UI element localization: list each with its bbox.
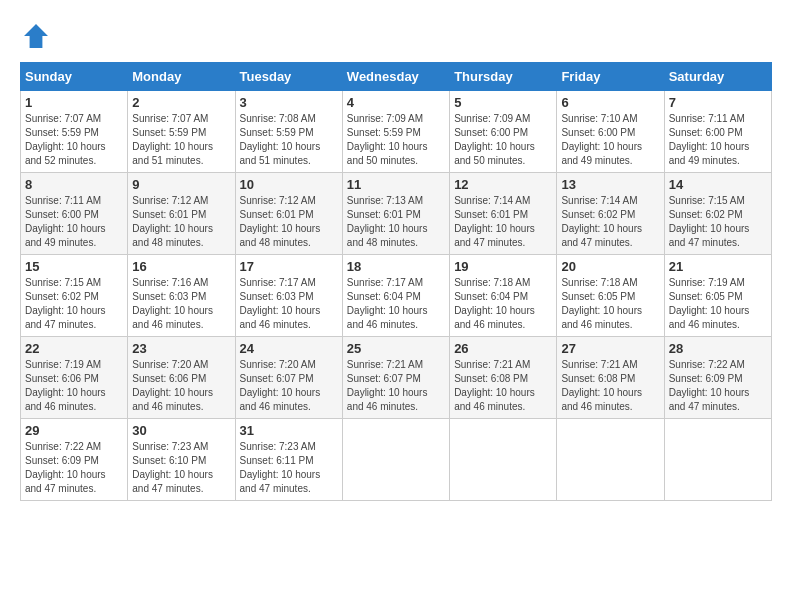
day-info: Sunrise: 7:19 AM Sunset: 6:06 PM Dayligh… [25,358,123,414]
weekday-header-sunday: Sunday [21,63,128,91]
weekday-header-monday: Monday [128,63,235,91]
day-info: Sunrise: 7:11 AM Sunset: 6:00 PM Dayligh… [25,194,123,250]
calendar-cell: 27 Sunrise: 7:21 AM Sunset: 6:08 PM Dayl… [557,337,664,419]
calendar-cell: 2 Sunrise: 7:07 AM Sunset: 5:59 PM Dayli… [128,91,235,173]
day-info: Sunrise: 7:14 AM Sunset: 6:01 PM Dayligh… [454,194,552,250]
day-info: Sunrise: 7:22 AM Sunset: 6:09 PM Dayligh… [25,440,123,496]
calendar-cell: 19 Sunrise: 7:18 AM Sunset: 6:04 PM Dayl… [450,255,557,337]
day-number: 28 [669,341,767,356]
day-number: 29 [25,423,123,438]
calendar-cell: 22 Sunrise: 7:19 AM Sunset: 6:06 PM Dayl… [21,337,128,419]
calendar-cell: 8 Sunrise: 7:11 AM Sunset: 6:00 PM Dayli… [21,173,128,255]
calendar-week-2: 8 Sunrise: 7:11 AM Sunset: 6:00 PM Dayli… [21,173,772,255]
calendar-cell: 17 Sunrise: 7:17 AM Sunset: 6:03 PM Dayl… [235,255,342,337]
calendar-cell: 20 Sunrise: 7:18 AM Sunset: 6:05 PM Dayl… [557,255,664,337]
day-info: Sunrise: 7:20 AM Sunset: 6:07 PM Dayligh… [240,358,338,414]
day-number: 24 [240,341,338,356]
weekday-header-thursday: Thursday [450,63,557,91]
page-header [20,20,772,52]
calendar-cell: 28 Sunrise: 7:22 AM Sunset: 6:09 PM Dayl… [664,337,771,419]
day-info: Sunrise: 7:23 AM Sunset: 6:11 PM Dayligh… [240,440,338,496]
day-number: 1 [25,95,123,110]
calendar-cell: 15 Sunrise: 7:15 AM Sunset: 6:02 PM Dayl… [21,255,128,337]
day-info: Sunrise: 7:12 AM Sunset: 6:01 PM Dayligh… [240,194,338,250]
weekday-header-tuesday: Tuesday [235,63,342,91]
calendar-cell: 21 Sunrise: 7:19 AM Sunset: 6:05 PM Dayl… [664,255,771,337]
calendar-week-5: 29 Sunrise: 7:22 AM Sunset: 6:09 PM Dayl… [21,419,772,501]
day-number: 13 [561,177,659,192]
day-number: 5 [454,95,552,110]
day-number: 15 [25,259,123,274]
day-info: Sunrise: 7:21 AM Sunset: 6:08 PM Dayligh… [454,358,552,414]
day-number: 20 [561,259,659,274]
calendar-cell: 18 Sunrise: 7:17 AM Sunset: 6:04 PM Dayl… [342,255,449,337]
calendar-table: SundayMondayTuesdayWednesdayThursdayFrid… [20,62,772,501]
calendar-cell: 9 Sunrise: 7:12 AM Sunset: 6:01 PM Dayli… [128,173,235,255]
day-number: 25 [347,341,445,356]
calendar-week-1: 1 Sunrise: 7:07 AM Sunset: 5:59 PM Dayli… [21,91,772,173]
svg-marker-0 [24,24,48,48]
day-number: 14 [669,177,767,192]
day-info: Sunrise: 7:09 AM Sunset: 5:59 PM Dayligh… [347,112,445,168]
day-number: 30 [132,423,230,438]
logo [20,20,56,52]
day-number: 4 [347,95,445,110]
calendar-cell: 13 Sunrise: 7:14 AM Sunset: 6:02 PM Dayl… [557,173,664,255]
calendar-cell: 26 Sunrise: 7:21 AM Sunset: 6:08 PM Dayl… [450,337,557,419]
calendar-cell: 14 Sunrise: 7:15 AM Sunset: 6:02 PM Dayl… [664,173,771,255]
calendar-cell [450,419,557,501]
day-number: 27 [561,341,659,356]
day-info: Sunrise: 7:17 AM Sunset: 6:03 PM Dayligh… [240,276,338,332]
day-info: Sunrise: 7:15 AM Sunset: 6:02 PM Dayligh… [25,276,123,332]
weekday-header-friday: Friday [557,63,664,91]
day-info: Sunrise: 7:22 AM Sunset: 6:09 PM Dayligh… [669,358,767,414]
day-info: Sunrise: 7:07 AM Sunset: 5:59 PM Dayligh… [25,112,123,168]
day-number: 6 [561,95,659,110]
weekday-header-saturday: Saturday [664,63,771,91]
calendar-cell: 30 Sunrise: 7:23 AM Sunset: 6:10 PM Dayl… [128,419,235,501]
day-info: Sunrise: 7:21 AM Sunset: 6:07 PM Dayligh… [347,358,445,414]
day-info: Sunrise: 7:20 AM Sunset: 6:06 PM Dayligh… [132,358,230,414]
day-number: 9 [132,177,230,192]
calendar-cell: 1 Sunrise: 7:07 AM Sunset: 5:59 PM Dayli… [21,91,128,173]
day-info: Sunrise: 7:17 AM Sunset: 6:04 PM Dayligh… [347,276,445,332]
day-info: Sunrise: 7:16 AM Sunset: 6:03 PM Dayligh… [132,276,230,332]
day-number: 22 [25,341,123,356]
day-info: Sunrise: 7:08 AM Sunset: 5:59 PM Dayligh… [240,112,338,168]
calendar-cell [557,419,664,501]
calendar-cell: 11 Sunrise: 7:13 AM Sunset: 6:01 PM Dayl… [342,173,449,255]
day-info: Sunrise: 7:18 AM Sunset: 6:05 PM Dayligh… [561,276,659,332]
day-number: 31 [240,423,338,438]
day-number: 3 [240,95,338,110]
calendar-week-3: 15 Sunrise: 7:15 AM Sunset: 6:02 PM Dayl… [21,255,772,337]
calendar-cell: 24 Sunrise: 7:20 AM Sunset: 6:07 PM Dayl… [235,337,342,419]
day-info: Sunrise: 7:13 AM Sunset: 6:01 PM Dayligh… [347,194,445,250]
day-number: 2 [132,95,230,110]
day-number: 18 [347,259,445,274]
calendar-cell: 10 Sunrise: 7:12 AM Sunset: 6:01 PM Dayl… [235,173,342,255]
day-number: 23 [132,341,230,356]
calendar-cell: 3 Sunrise: 7:08 AM Sunset: 5:59 PM Dayli… [235,91,342,173]
day-number: 10 [240,177,338,192]
day-number: 8 [25,177,123,192]
calendar-cell: 23 Sunrise: 7:20 AM Sunset: 6:06 PM Dayl… [128,337,235,419]
day-info: Sunrise: 7:09 AM Sunset: 6:00 PM Dayligh… [454,112,552,168]
day-info: Sunrise: 7:18 AM Sunset: 6:04 PM Dayligh… [454,276,552,332]
calendar-cell: 25 Sunrise: 7:21 AM Sunset: 6:07 PM Dayl… [342,337,449,419]
day-info: Sunrise: 7:10 AM Sunset: 6:00 PM Dayligh… [561,112,659,168]
calendar-cell: 31 Sunrise: 7:23 AM Sunset: 6:11 PM Dayl… [235,419,342,501]
day-info: Sunrise: 7:19 AM Sunset: 6:05 PM Dayligh… [669,276,767,332]
day-number: 11 [347,177,445,192]
day-info: Sunrise: 7:12 AM Sunset: 6:01 PM Dayligh… [132,194,230,250]
calendar-cell [664,419,771,501]
calendar-cell: 6 Sunrise: 7:10 AM Sunset: 6:00 PM Dayli… [557,91,664,173]
day-info: Sunrise: 7:14 AM Sunset: 6:02 PM Dayligh… [561,194,659,250]
calendar-cell [342,419,449,501]
calendar-cell: 5 Sunrise: 7:09 AM Sunset: 6:00 PM Dayli… [450,91,557,173]
day-number: 19 [454,259,552,274]
day-info: Sunrise: 7:07 AM Sunset: 5:59 PM Dayligh… [132,112,230,168]
day-number: 17 [240,259,338,274]
day-number: 12 [454,177,552,192]
weekday-header-wednesday: Wednesday [342,63,449,91]
day-number: 21 [669,259,767,274]
